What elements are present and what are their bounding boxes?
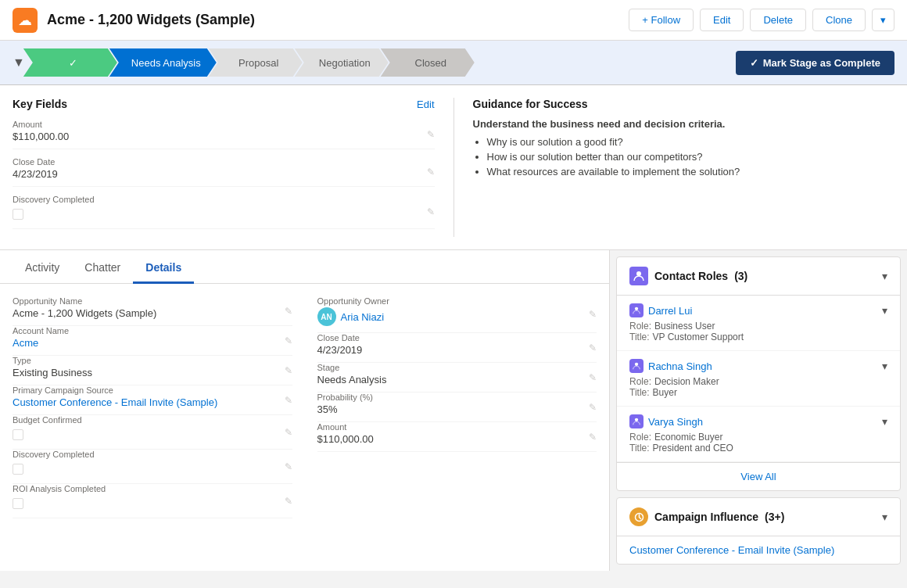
detail-account-edit-icon[interactable]: ✎ — [285, 335, 292, 346]
contact-item-rachna: Rachna Singh ▾ Role: Decision Maker Titl… — [617, 351, 900, 407]
contact-rachna-name[interactable]: Rachna Singh — [629, 359, 712, 373]
detail-close-date-right-edit-icon[interactable]: ✎ — [589, 342, 597, 353]
detail-stage-value: Needs Analysis — [317, 374, 597, 385]
contact-varya-name[interactable]: Varya Singh — [629, 414, 703, 428]
app-icon: ☁ — [13, 8, 38, 33]
contact-varya-role: Role: Economic Buyer — [629, 432, 887, 443]
roi-checkbox[interactable] — [13, 498, 23, 509]
contact-roles-header: Contact Roles (3) ▾ — [617, 257, 900, 296]
detail-type-label: Type — [13, 356, 292, 365]
detail-roi-analysis: ROI Analysis Completed ✎ — [13, 484, 292, 518]
detail-close-date-right-value: 4/23/2019 — [317, 344, 597, 356]
tab-activity[interactable]: Activity — [13, 250, 72, 284]
app-header: ☁ Acme - 1,200 Widgets (Sample) + Follow… — [0, 0, 907, 41]
key-fields-panel: Key Fields Edit Amount $110,000.00 ✎ Clo… — [0, 85, 907, 250]
detail-opp-owner-value[interactable]: Aria Niazi — [341, 311, 385, 323]
detail-account-name-label: Account Name — [13, 326, 292, 335]
left-panel: Activity Chatter Details Opportunity Nam… — [0, 250, 610, 571]
delete-button[interactable]: Delete — [750, 9, 806, 31]
field-close-date-edit-icon[interactable]: ✎ — [427, 167, 435, 177]
detail-amount-right-value: $110,000.00 — [317, 433, 597, 445]
detail-account-name: Account Name Acme ✎ — [13, 326, 292, 356]
discovery-completed-checkbox[interactable] — [13, 209, 23, 220]
contact-item-varya: Varya Singh ▾ Role: Economic Buyer Title… — [617, 407, 900, 462]
contact-rachna-chevron[interactable]: ▾ — [882, 360, 887, 372]
detail-type-edit-icon[interactable]: ✎ — [285, 365, 292, 376]
field-amount: Amount $110,000.00 ✎ — [13, 120, 435, 149]
detail-budget-edit-icon[interactable]: ✎ — [285, 427, 292, 438]
guidance-bullet-1: Why is our solution a good fit? — [487, 136, 895, 148]
tab-details[interactable]: Details — [133, 250, 194, 284]
field-amount-label: Amount — [13, 120, 435, 129]
campaign-influence-chevron[interactable]: ▾ — [882, 511, 887, 523]
detail-stage-edit-icon[interactable]: ✎ — [589, 372, 597, 383]
mark-complete-icon: ✓ — [750, 57, 758, 69]
detail-roi-edit-icon[interactable]: ✎ — [285, 496, 292, 507]
budget-confirmed-checkbox[interactable] — [13, 429, 23, 440]
stage-step-needs-analysis[interactable]: Needs Analysis — [109, 48, 217, 77]
detail-opportunity-name: Opportunity Name Acme - 1,200 Widgets (S… — [13, 296, 292, 326]
svg-point-1 — [635, 307, 638, 310]
more-actions-button[interactable]: ▾ — [872, 9, 894, 31]
svg-point-0 — [636, 271, 641, 276]
detail-probability-edit-icon[interactable]: ✎ — [589, 402, 597, 413]
detail-account-name-value[interactable]: Acme — [13, 337, 292, 349]
guidance-body-bold: Understand the business need and decisio… — [473, 118, 895, 130]
detail-close-date-right-label: Close Date — [317, 333, 597, 342]
contact-roles-chevron[interactable]: ▾ — [882, 270, 887, 282]
stage-step-closed[interactable]: Closed — [381, 48, 475, 77]
contact-darrel-name[interactable]: Darrel Lui — [629, 303, 692, 317]
field-close-date-value: 4/23/2019 — [13, 168, 435, 180]
clone-button[interactable]: Clone — [812, 9, 866, 31]
contact-item-darrel: Darrel Lui ▾ Role: Business User Title: … — [617, 296, 900, 351]
details-right-col: Opportunity Owner AN Aria Niazi ✎ Close … — [317, 296, 597, 518]
detail-type-value: Existing Business — [13, 367, 292, 378]
details-left-col: Opportunity Name Acme - 1,200 Widgets (S… — [13, 296, 292, 518]
guidance-bullet-3: What resources are available to implemen… — [487, 166, 895, 177]
campaign-influence-count: (3+) — [765, 511, 784, 523]
detail-close-date-right: Close Date 4/23/2019 ✎ — [317, 333, 597, 363]
edit-button[interactable]: Edit — [700, 9, 744, 31]
guidance-bullets: Why is our solution a good fit? How is o… — [473, 136, 895, 177]
contact-darrel-header: Darrel Lui ▾ — [629, 303, 887, 317]
field-discovery-edit-icon[interactable]: ✎ — [427, 206, 435, 217]
stage-step-proposal[interactable]: Proposal — [209, 48, 303, 77]
view-all-link[interactable]: View All — [617, 462, 900, 490]
contact-rachna-title: Title: Buyer — [629, 387, 887, 398]
detail-type: Type Existing Business ✎ — [13, 356, 292, 385]
bottom-section: Activity Chatter Details Opportunity Nam… — [0, 250, 907, 571]
stage-bar: ▼ ✓ Needs Analysis Proposal Negotiation … — [0, 41, 907, 85]
guidance-bullet-2: How is our solution better than our comp… — [487, 151, 895, 163]
campaign-influence-link[interactable]: Customer Conference - Email Invite (Samp… — [629, 544, 834, 556]
stage-step-completed[interactable]: ✓ — [23, 48, 117, 77]
detail-stage-label: Stage — [317, 363, 597, 372]
contact-darrel-chevron[interactable]: ▾ — [882, 304, 887, 317]
key-fields-section: Key Fields Edit Amount $110,000.00 ✎ Clo… — [13, 98, 454, 237]
field-close-date-label: Close Date — [13, 157, 435, 167]
tab-chatter[interactable]: Chatter — [72, 250, 133, 284]
detail-opportunity-name-value: Acme - 1,200 Widgets (Sample) — [13, 307, 292, 319]
detail-opp-name-edit-icon[interactable]: ✎ — [285, 306, 292, 317]
contact-varya-chevron[interactable]: ▾ — [882, 415, 887, 428]
detail-campaign-source-edit-icon[interactable]: ✎ — [285, 395, 292, 406]
mark-stage-complete-button[interactable]: ✓ Mark Stage as Complete — [736, 51, 894, 75]
contact-varya-header: Varya Singh ▾ — [629, 414, 887, 428]
detail-campaign-source-value[interactable]: Customer Conference - Email Invite (Samp… — [13, 396, 292, 408]
detail-discovery-checkbox[interactable] — [13, 464, 23, 475]
stage-step-negotiation[interactable]: Negotiation — [295, 48, 389, 77]
tabs: Activity Chatter Details — [0, 250, 609, 284]
detail-budget-confirmed: Budget Confirmed ✎ — [13, 415, 292, 450]
campaign-influence-title-text: Campaign Influence — [654, 511, 758, 523]
detail-owner-edit-icon[interactable]: ✎ — [589, 309, 597, 320]
details-content: Opportunity Name Acme - 1,200 Widgets (S… — [0, 284, 609, 531]
contact-rachna-header: Rachna Singh ▾ — [629, 359, 887, 373]
stage-toggle-button[interactable]: ▼ — [13, 56, 25, 70]
key-fields-edit-button[interactable]: Edit — [417, 99, 434, 110]
detail-discovery-edit-icon2[interactable]: ✎ — [285, 461, 292, 472]
detail-budget-confirmed-label: Budget Confirmed — [13, 415, 292, 425]
follow-button[interactable]: + Follow — [629, 9, 694, 31]
detail-amount-right-edit-icon[interactable]: ✎ — [589, 432, 597, 443]
contact-varya-title: Title: President and CEO — [629, 443, 887, 454]
contact-varya-icon — [629, 414, 644, 428]
field-amount-edit-icon[interactable]: ✎ — [427, 129, 435, 140]
